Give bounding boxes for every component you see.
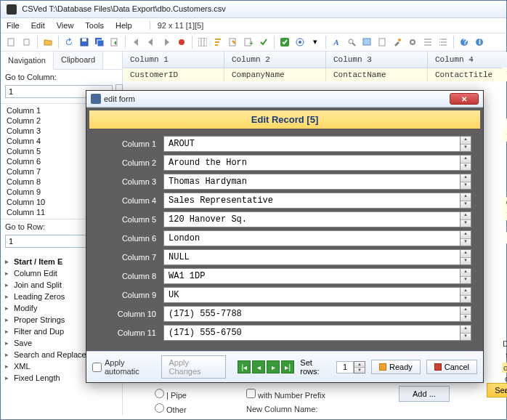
field-input-6[interactable] bbox=[163, 230, 460, 246]
save-all-icon[interactable] bbox=[93, 36, 106, 49]
apply-automatic-check[interactable]: Apply automatic bbox=[92, 358, 155, 376]
table-row[interactable]: CustomerIDCompanyNameContactNameContactT… bbox=[123, 68, 507, 81]
field-spinner[interactable]: ▲▼ bbox=[460, 136, 471, 152]
tab-navigation[interactable]: Navigation bbox=[1, 52, 54, 70]
list-icon[interactable] bbox=[421, 36, 434, 49]
edit-record-icon[interactable] bbox=[227, 36, 240, 49]
new-icon[interactable] bbox=[5, 36, 18, 49]
radio-pipe[interactable]: | Pipe bbox=[155, 389, 187, 400]
column-header[interactable]: Column 4 bbox=[428, 52, 507, 68]
cell[interactable]: CompanyName bbox=[224, 68, 326, 81]
tools-icon[interactable] bbox=[391, 36, 404, 49]
cancel-button[interactable]: Cancel bbox=[426, 360, 477, 374]
column-header[interactable]: Column 3 bbox=[326, 52, 428, 68]
window-title-bar: CSVed T:\Database Files\Data Export\dbo.… bbox=[1, 1, 506, 18]
set-rows-input[interactable] bbox=[336, 361, 354, 373]
num-prefix-check[interactable] bbox=[246, 389, 256, 398]
window-icon[interactable] bbox=[360, 36, 373, 49]
menu-edit[interactable]: Edit bbox=[31, 21, 45, 30]
cell[interactable]: ContactName bbox=[326, 68, 428, 81]
ready-button[interactable]: Ready bbox=[371, 360, 421, 374]
nav-prev-icon[interactable] bbox=[145, 36, 158, 49]
cancel-icon bbox=[434, 363, 442, 371]
set-rows-spinner[interactable]: ▲▼ bbox=[354, 361, 365, 373]
gear-icon[interactable] bbox=[406, 36, 419, 49]
field-spinner[interactable]: ▲▼ bbox=[460, 211, 471, 227]
pipe-radio[interactable] bbox=[155, 389, 164, 398]
field-input-9[interactable] bbox=[163, 287, 460, 303]
field-input-10[interactable] bbox=[163, 306, 460, 322]
svg-point-16 bbox=[299, 41, 301, 44]
nav-last-button[interactable]: ▸| bbox=[281, 360, 294, 373]
rec-icon[interactable] bbox=[175, 36, 188, 49]
svg-point-7 bbox=[179, 39, 184, 45]
add-record-icon[interactable]: +8 bbox=[242, 36, 255, 49]
menu-view[interactable]: View bbox=[57, 21, 74, 30]
check2-icon[interactable] bbox=[278, 36, 291, 49]
field-label: Column 1 bbox=[98, 140, 156, 148]
doc-icon[interactable] bbox=[376, 36, 389, 49]
field-label: Column 8 bbox=[98, 272, 156, 280]
svg-rect-8 bbox=[198, 38, 207, 47]
cell[interactable]: CustomerID bbox=[123, 68, 224, 81]
dialog-icon bbox=[91, 94, 101, 104]
cell[interactable]: ContactTitle bbox=[428, 68, 507, 81]
nav-next-icon[interactable] bbox=[160, 36, 173, 49]
grid-icon[interactable] bbox=[196, 36, 209, 49]
field-input-11[interactable] bbox=[163, 325, 460, 341]
menu-tools[interactable]: Tools bbox=[85, 21, 104, 30]
bg-fragment: rese bbox=[502, 130, 507, 142]
field-spinner[interactable]: ▲▼ bbox=[460, 268, 471, 284]
status-stats: 92 x 11 [1][5] bbox=[150, 21, 204, 30]
field-spinner[interactable]: ▲▼ bbox=[460, 306, 471, 322]
field-spinner[interactable]: ▲▼ bbox=[460, 174, 471, 190]
field-spinner[interactable]: ▲▼ bbox=[460, 287, 471, 303]
add-button[interactable]: Add ... bbox=[399, 386, 450, 402]
field-input-3[interactable] bbox=[163, 174, 460, 190]
save-icon[interactable] bbox=[78, 36, 91, 49]
list2-icon[interactable] bbox=[437, 36, 450, 49]
field-input-8[interactable] bbox=[163, 268, 460, 284]
search-icon[interactable] bbox=[345, 36, 358, 49]
nav-next-button[interactable]: ▸ bbox=[267, 360, 280, 373]
field-input-4[interactable] bbox=[163, 193, 460, 209]
info-icon[interactable]: i bbox=[473, 36, 486, 49]
menu-file[interactable]: File bbox=[7, 21, 20, 30]
down-icon[interactable]: ▾ bbox=[309, 36, 322, 49]
refresh-icon[interactable] bbox=[62, 36, 76, 49]
target-icon[interactable] bbox=[293, 36, 307, 49]
search-button[interactable]: Search bbox=[487, 383, 507, 397]
tab-clipboard[interactable]: Clipboard bbox=[54, 52, 103, 69]
field-spinner[interactable]: ▲▼ bbox=[460, 155, 471, 171]
nav-prev-button[interactable]: ◂ bbox=[252, 360, 265, 373]
field-label: Column 5 bbox=[98, 215, 156, 224]
nav-first-button[interactable]: |◂ bbox=[238, 360, 251, 373]
nav-first-icon[interactable] bbox=[129, 36, 142, 49]
close-button[interactable]: ✕ bbox=[450, 93, 479, 105]
bg-fragment: olumn bbox=[502, 363, 507, 373]
open-icon[interactable] bbox=[41, 36, 54, 49]
help-icon[interactable]: ? bbox=[458, 36, 471, 49]
field-input-5[interactable] bbox=[163, 211, 460, 227]
field-spinner[interactable]: ▲▼ bbox=[460, 193, 471, 209]
copy-icon[interactable] bbox=[20, 36, 33, 49]
apply-changes-button[interactable]: Apply Changes bbox=[161, 355, 227, 379]
field-input-1[interactable] bbox=[163, 136, 460, 152]
font-icon[interactable]: A bbox=[330, 36, 343, 49]
field-spinner[interactable]: ▲▼ bbox=[460, 249, 471, 265]
column-header[interactable]: Column 1 bbox=[123, 52, 224, 68]
field-spinner[interactable]: ▲▼ bbox=[460, 230, 471, 246]
field-input-7[interactable] bbox=[163, 249, 460, 265]
menu-help[interactable]: Help bbox=[115, 21, 132, 30]
field-spinner[interactable]: ▲▼ bbox=[460, 325, 471, 341]
field-label: Column 4 bbox=[98, 196, 156, 205]
export-icon[interactable] bbox=[108, 36, 121, 49]
radio-other[interactable]: Other bbox=[155, 403, 187, 414]
column-header[interactable]: Column 2 bbox=[224, 52, 326, 68]
other-radio[interactable] bbox=[155, 403, 164, 413]
checkbox-number-prefix[interactable]: with Number Prefix bbox=[246, 389, 325, 400]
bg-fragment: Date F bbox=[503, 339, 507, 348]
check-icon[interactable] bbox=[257, 36, 270, 49]
sort-icon[interactable] bbox=[211, 36, 224, 49]
field-input-2[interactable] bbox=[163, 155, 460, 171]
